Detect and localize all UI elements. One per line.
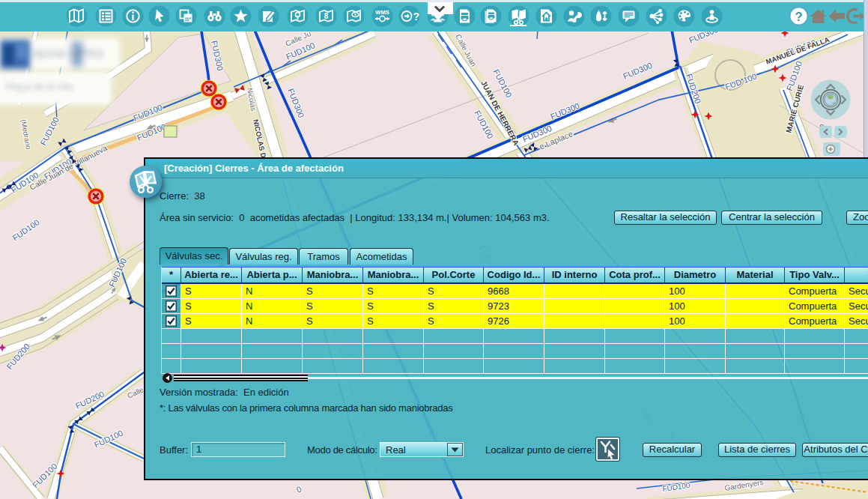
svg-text:?: ? <box>413 10 419 22</box>
svg-text:8: 8 <box>324 12 328 20</box>
svg-text:?: ? <box>795 10 802 23</box>
svg-text:WMS: WMS <box>375 9 389 16</box>
